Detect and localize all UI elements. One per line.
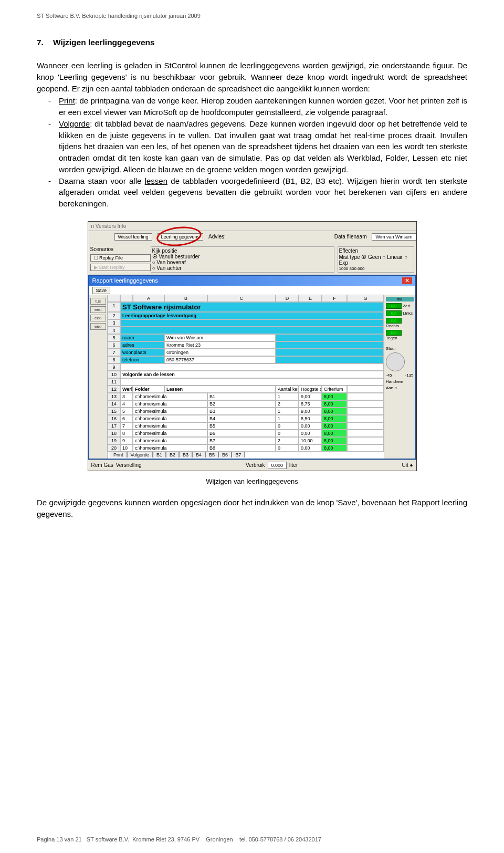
mock-dialog: Rapport leerlinggegevens ✕ Save tus eed … xyxy=(88,275,416,460)
tab-volgorde: Volgorde xyxy=(127,452,153,457)
tab-b2: B2 xyxy=(166,452,179,457)
sidestrip-eed2: eed xyxy=(90,315,106,321)
mock-btn-start: ▶ Start Replay xyxy=(90,264,151,271)
tab-b6: B6 xyxy=(218,452,232,457)
rside-tegen: 0,0 xyxy=(386,330,402,336)
mock-radio-bestuurder: Vanuit bestuurder xyxy=(152,254,333,259)
rside-handrem: Handrem xyxy=(386,379,414,384)
mock-menu: n Vensters Info xyxy=(91,223,127,229)
doc-header: ST Software B.V. Beknopte handleiding ri… xyxy=(37,13,467,19)
rside-links: 0,0 xyxy=(386,310,402,316)
rside-aan: Aan ○ xyxy=(386,386,414,390)
body-text: Wanneer een leerling is geladen in StCon… xyxy=(37,60,467,210)
rside-stuur-lbl: Stuur xyxy=(386,346,414,351)
tab-b5: B5 xyxy=(205,452,218,457)
mock-radio-achter: Van achter xyxy=(152,265,333,271)
sidestrip-eed3: eed xyxy=(90,323,106,330)
mock-label-dfn: Data filenaam xyxy=(334,234,367,240)
section-title: 7.Wijzigen leerlinggegevens xyxy=(37,38,467,47)
figure-caption: Wijzigen van leerlinggegevens xyxy=(37,477,467,485)
rside-itle: itie xyxy=(386,297,414,301)
tab-b1: B1 xyxy=(153,452,166,457)
bullet-print: Print: de printpagina van de vorige keer… xyxy=(37,95,467,118)
bullet-volgorde: Volgorde: dit tabblad bevat de naam/adre… xyxy=(37,118,467,175)
sidestrip-tus: tus xyxy=(90,298,106,305)
mock-foot-liter: liter xyxy=(289,462,298,468)
para-outro: De gewijzigde gegevens kunnen worden opg… xyxy=(37,497,467,520)
mock-foot-uit: Uit ● xyxy=(402,462,413,468)
tab-b3: B3 xyxy=(179,452,192,457)
rside-zelf: 0,0 xyxy=(386,303,402,309)
mock-lbl-eff: Effecten xyxy=(339,248,413,254)
tab-print: Print xyxy=(110,452,127,457)
rside-rechts: 0,0 xyxy=(386,318,402,324)
tab-b7: B7 xyxy=(232,452,245,457)
bullet-lessen: Daarna staan voor alle lessen de tabblad… xyxy=(37,175,467,210)
mock-dialog-title: Rapport leerlinggegevens xyxy=(92,277,158,284)
mock-eff-vals: 1000 800 600 xyxy=(339,266,413,271)
dial-icon xyxy=(386,352,405,371)
mock-foot-gas: Rem Gas xyxy=(91,462,113,468)
mock-foot-val: 0.000 xyxy=(268,462,287,469)
section-heading: Wijzigen leerlinggegevens xyxy=(53,38,155,47)
mock-lbl-scen: Scenarios xyxy=(90,246,151,252)
mock-label-advies: Advies: xyxy=(208,234,226,240)
mock-btn-replay: ☐ Replay File xyxy=(90,254,151,262)
tab-b4: B4 xyxy=(192,452,205,457)
mock-btn-wissel: Wissel leerling xyxy=(114,233,152,241)
close-icon: ✕ xyxy=(402,277,412,284)
mock-lbl-kijk: Kijk positie xyxy=(152,248,333,254)
section-number: 7. xyxy=(37,38,44,47)
sidestrip-eed1: eed xyxy=(90,306,106,313)
doc-footer: Pagina 13 van 21 ST software B.V. Kromme… xyxy=(37,836,321,842)
mock-foot-verbruik: Verbruik xyxy=(246,462,265,468)
embedded-screenshot: n Vensters Info Wissel leerling Leerling… xyxy=(88,221,417,471)
mock-foot-vers: Versnelling xyxy=(116,462,142,468)
mock-radio-bovenaf: Van bovenaf xyxy=(152,259,333,265)
para-1: Wanneer een leerling is geladen in StCon… xyxy=(37,60,467,94)
mock-lbl-mist: Mist type ⦿ Geen ○ Lineair ○ Exp xyxy=(339,254,413,266)
mock-field-dfn: Wim van Winsum xyxy=(372,233,416,241)
mock-btn-save: Save xyxy=(92,287,111,294)
